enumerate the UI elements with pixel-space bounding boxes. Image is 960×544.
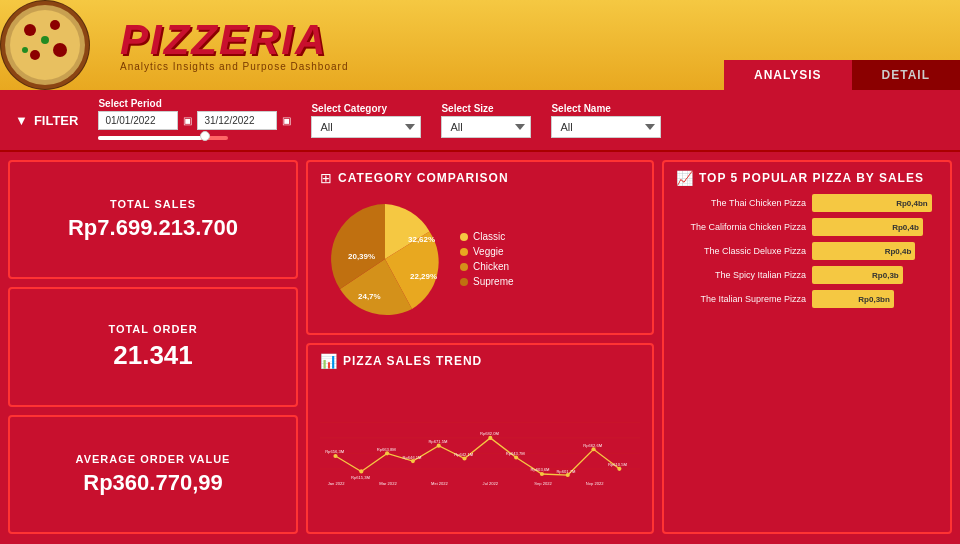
- size-select[interactable]: All S M L XL: [441, 116, 531, 138]
- slider-fill: [98, 136, 202, 140]
- svg-text:Rp646,1M: Rp646,1M: [403, 455, 423, 460]
- total-order-value: 21.341: [113, 340, 193, 371]
- svg-text:Rp603,6M: Rp603,6M: [531, 467, 551, 472]
- bar-track-4: Rp0,3b: [812, 266, 938, 284]
- bar-fill-4: Rp0,3b: [812, 266, 903, 284]
- svg-text:32,62%: 32,62%: [408, 235, 435, 244]
- svg-point-17: [333, 454, 337, 458]
- bar-value-5: Rp0,3bn: [858, 295, 890, 304]
- svg-point-23: [488, 436, 492, 440]
- svg-point-20: [411, 459, 415, 463]
- period-filter-group: Select Period ▣ ▣: [98, 98, 291, 142]
- legend-dot-supreme: [460, 278, 468, 286]
- header: PIZZERIA Analytics Insights and Purpose …: [0, 0, 960, 90]
- bar-value-1: Rp0,4bn: [896, 199, 928, 208]
- svg-text:Sep 2022: Sep 2022: [534, 481, 552, 486]
- svg-text:Rp601,7M: Rp601,7M: [556, 469, 576, 474]
- top5-title: TOP 5 POPULAR PIZZA BY SALES: [699, 171, 924, 185]
- nav-tabs: ANALYSIS DETAIL: [724, 60, 960, 90]
- bar-value-3: Rp0,4b: [885, 247, 912, 256]
- svg-text:Rp662,6M: Rp662,6M: [583, 443, 603, 448]
- svg-text:22,29%: 22,29%: [410, 272, 437, 281]
- date-end-input[interactable]: [197, 111, 277, 130]
- legend-label-classic: Classic: [473, 231, 505, 242]
- svg-text:Nop 2022: Nop 2022: [586, 481, 605, 486]
- avg-order-title: AVERAGE ORDER VALUE: [76, 453, 231, 465]
- filter-icon: ▼: [15, 113, 28, 128]
- total-order-title: TOTAL ORDER: [108, 323, 197, 335]
- name-select[interactable]: All: [551, 116, 661, 138]
- top5-card: 📈 TOP 5 POPULAR PIZZA BY SALES The Thai …: [662, 160, 952, 534]
- slider-thumb[interactable]: [200, 131, 210, 141]
- tab-analysis[interactable]: ANALYSIS: [724, 60, 852, 90]
- svg-point-8: [22, 47, 28, 53]
- category-label: Select Category: [311, 103, 421, 114]
- svg-text:Rp671,5M: Rp671,5M: [428, 439, 448, 444]
- total-sales-value: Rp7.699.213.700: [68, 215, 238, 241]
- svg-text:Mar 2022: Mar 2022: [379, 481, 397, 486]
- name-label: Select Name: [551, 103, 661, 114]
- filter-label: ▼ FILTER: [15, 113, 78, 128]
- svg-point-28: [617, 467, 621, 471]
- top5-icon: 📈: [676, 170, 693, 186]
- svg-point-18: [359, 469, 363, 473]
- period-inputs: ▣ ▣: [98, 111, 291, 130]
- svg-point-21: [437, 444, 441, 448]
- size-filter-group: Select Size All S M L XL: [441, 103, 531, 138]
- svg-point-2: [10, 10, 80, 80]
- kpi-column: TOTAL SALES Rp7.699.213.700 TOTAL ORDER …: [8, 160, 298, 534]
- avg-order-value: Rp360.770,99: [83, 470, 222, 496]
- bar-fill-1: Rp0,4bn: [812, 194, 932, 212]
- legend-chicken: Chicken: [460, 261, 514, 272]
- trend-chart-icon: 📊: [320, 353, 337, 369]
- svg-point-5: [53, 43, 67, 57]
- svg-text:Rp643,7M: Rp643,7M: [506, 451, 526, 456]
- bar-fill-2: Rp0,4b: [812, 218, 923, 236]
- svg-point-24: [514, 455, 518, 459]
- legend-dot-veggie: [460, 248, 468, 256]
- bar-fill-5: Rp0,3bn: [812, 290, 894, 308]
- bar-fill-3: Rp0,4b: [812, 242, 915, 260]
- bar-item-2: The California Chicken Pizza Rp0,4b: [676, 218, 938, 236]
- category-select[interactable]: All Classic Veggie Chicken Supreme: [311, 116, 421, 138]
- bar-track-1: Rp0,4bn: [812, 194, 938, 212]
- size-label: Select Size: [441, 103, 531, 114]
- tab-detail[interactable]: DETAIL: [852, 60, 960, 90]
- name-filter-group: Select Name All: [551, 103, 661, 138]
- period-slider[interactable]: [98, 134, 228, 142]
- main-content: TOTAL SALES Rp7.699.213.700 TOTAL ORDER …: [0, 152, 960, 542]
- total-sales-title: TOTAL SALES: [110, 198, 196, 210]
- trend-chart-area: Rp656,3M Rp615,3M Rp663,8M Rp646,1M Rp67…: [320, 377, 640, 522]
- bar-item-5: The Italian Supreme Pizza Rp0,3bn: [676, 290, 938, 308]
- svg-point-3: [24, 24, 36, 36]
- svg-point-19: [385, 451, 389, 455]
- bar-track-5: Rp0,3bn: [812, 290, 938, 308]
- period-label: Select Period: [98, 98, 291, 109]
- trend-svg: Rp656,3M Rp615,3M Rp663,8M Rp646,1M Rp67…: [320, 377, 640, 522]
- svg-text:Rp682,0M: Rp682,0M: [480, 431, 500, 436]
- middle-column: ⊞ CATEGORY COMPARISON 32,62%: [306, 160, 654, 534]
- pizza-logo-image: [0, 0, 90, 90]
- svg-text:Mei 2022: Mei 2022: [431, 481, 449, 486]
- legend-dot-classic: [460, 233, 468, 241]
- svg-point-27: [591, 447, 595, 451]
- total-order-card: TOTAL ORDER 21.341: [8, 287, 298, 406]
- category-filter-group: Select Category All Classic Veggie Chick…: [311, 103, 421, 138]
- bar-label-1: The Thai Chicken Pizza: [676, 198, 806, 208]
- category-card: ⊞ CATEGORY COMPARISON 32,62%: [306, 160, 654, 335]
- date-separator: ▣: [183, 115, 192, 126]
- bar-item-3: The Classic Deluxe Pizza Rp0,4b: [676, 242, 938, 260]
- legend-veggie: Veggie: [460, 246, 514, 257]
- top5-header: 📈 TOP 5 POPULAR PIZZA BY SALES: [676, 170, 938, 186]
- bar-value-4: Rp0,3b: [872, 271, 899, 280]
- logo-text: PIZZERIA: [120, 19, 348, 61]
- legend-supreme: Supreme: [460, 276, 514, 287]
- trend-card: 📊 PIZZA SALES TREND: [306, 343, 654, 534]
- legend-label-veggie: Veggie: [473, 246, 504, 257]
- date-start-input[interactable]: [98, 111, 178, 130]
- svg-text:Rp610,5M: Rp610,5M: [608, 462, 628, 467]
- bar-label-3: The Classic Deluxe Pizza: [676, 246, 806, 256]
- category-title: CATEGORY COMPARISON: [338, 171, 509, 185]
- svg-text:24,7%: 24,7%: [358, 292, 381, 301]
- bar-label-5: The Italian Supreme Pizza: [676, 294, 806, 304]
